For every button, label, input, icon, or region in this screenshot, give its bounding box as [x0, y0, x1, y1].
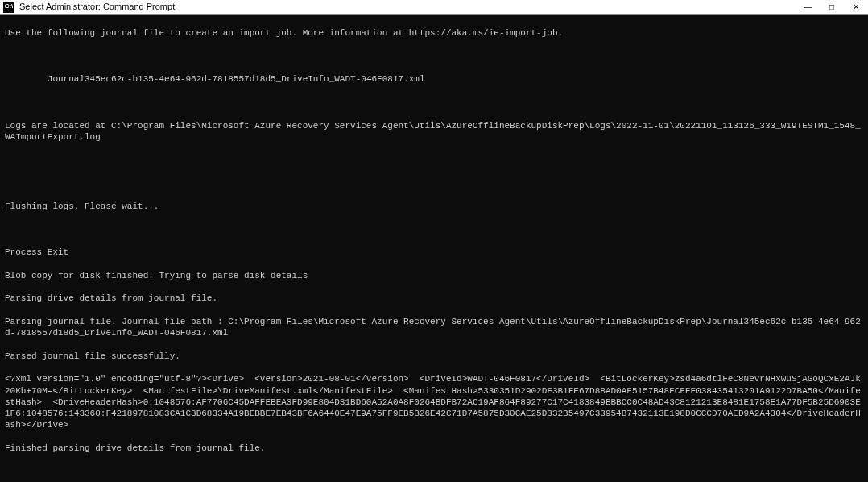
- window-controls: — □ ✕: [796, 0, 868, 14]
- output-line: Logs are located at C:\Program Files\Mic…: [5, 120, 863, 143]
- minimize-button[interactable]: —: [796, 0, 820, 14]
- output-line: Use the following journal file to create…: [5, 27, 863, 39]
- maximize-button[interactable]: □: [820, 0, 844, 14]
- output-line: Parsing journal file. Journal file path …: [5, 316, 863, 339]
- output-line: Flushing logs. Please wait...: [5, 201, 863, 212]
- output-line: Parsing drive details from journal file.: [5, 293, 863, 304]
- output-line: <?xml version="1.0" encoding="utf-8"?><D…: [5, 373, 863, 430]
- window-title: Select Administrator: Command Prompt: [18, 1, 796, 12]
- titlebar: C:\ Select Administrator: Command Prompt…: [0, 0, 868, 15]
- output-line: Finished parsing drive details from jour…: [5, 443, 863, 454]
- close-button[interactable]: ✕: [844, 0, 868, 14]
- output-line: Blob copy for disk finished. Trying to p…: [5, 270, 863, 281]
- output-line: Journal345ec62c-b135-4e64-962d-7818557d1…: [5, 73, 863, 85]
- cmd-icon: C:\: [3, 2, 14, 13]
- output-line: Process Exit: [5, 247, 863, 258]
- terminal-output[interactable]: Use the following journal file to create…: [0, 15, 868, 482]
- output-line: Parsed journal file successfully.: [5, 351, 863, 362]
